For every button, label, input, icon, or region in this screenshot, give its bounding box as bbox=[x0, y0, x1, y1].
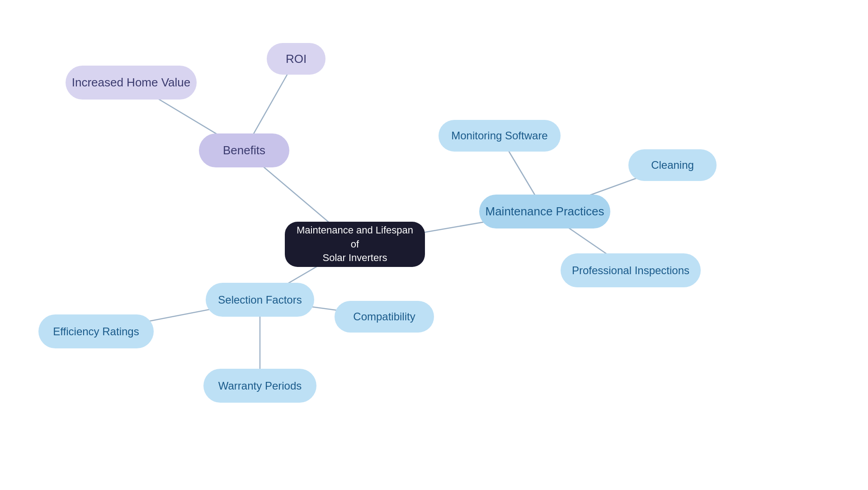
increased-home-value-node: Increased Home Value bbox=[66, 66, 197, 100]
monitoring-software-node: Monitoring Software bbox=[439, 120, 561, 152]
cleaning-label: Cleaning bbox=[651, 159, 694, 171]
roi-node: ROI bbox=[267, 43, 326, 75]
benefits-label: Benefits bbox=[223, 143, 265, 157]
maintenance-practices-node: Maintenance Practices bbox=[479, 195, 610, 228]
compatibility-label: Compatibility bbox=[353, 310, 415, 323]
selection-factors-label: Selection Factors bbox=[218, 294, 302, 306]
center-node: Maintenance and Lifespan of Solar Invert… bbox=[285, 222, 425, 267]
warranty-periods-label: Warranty Periods bbox=[218, 380, 302, 392]
roi-label: ROI bbox=[286, 52, 307, 66]
warranty-periods-node: Warranty Periods bbox=[203, 369, 316, 403]
center-label: Maintenance and Lifespan of Solar Invert… bbox=[294, 224, 416, 265]
increased-home-value-label: Increased Home Value bbox=[72, 76, 191, 90]
selection-factors-node: Selection Factors bbox=[206, 283, 314, 317]
monitoring-software-label: Monitoring Software bbox=[451, 129, 547, 142]
cleaning-node: Cleaning bbox=[628, 149, 717, 181]
professional-inspections-label: Professional Inspections bbox=[572, 264, 689, 277]
efficiency-ratings-node: Efficiency Ratings bbox=[38, 314, 154, 348]
professional-inspections-node: Professional Inspections bbox=[561, 253, 701, 287]
benefits-node: Benefits bbox=[199, 133, 289, 167]
compatibility-node: Compatibility bbox=[335, 301, 434, 333]
maintenance-practices-label: Maintenance Practices bbox=[485, 205, 604, 219]
efficiency-ratings-label: Efficiency Ratings bbox=[53, 325, 139, 338]
